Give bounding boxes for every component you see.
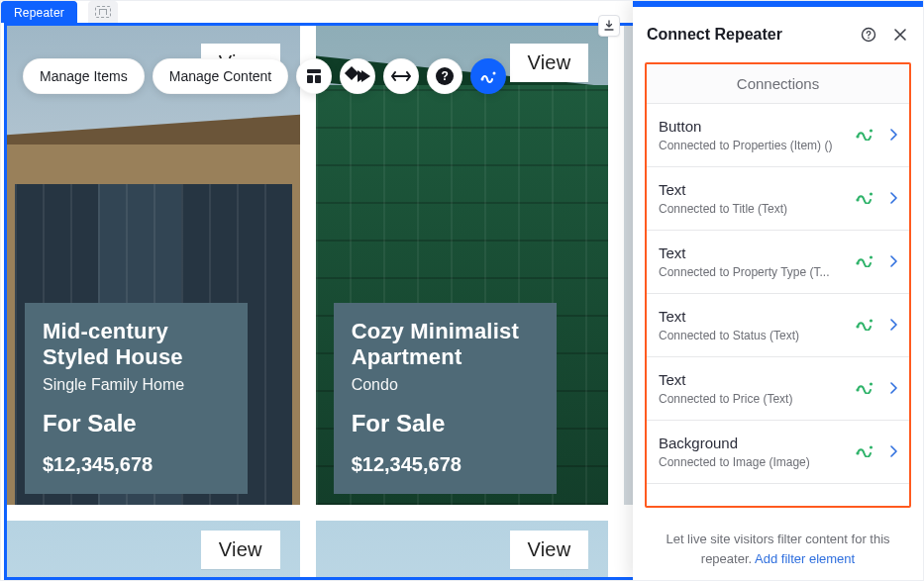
connection-sub: Connected to Properties (Item) () [659, 139, 832, 152]
download-button[interactable] [598, 15, 620, 37]
container-icon [95, 6, 111, 18]
connection-ctrls [856, 253, 897, 271]
connection-icon [856, 190, 873, 204]
card-2-info: Cozy Minimalist Apartment Condo For Sale… [334, 303, 557, 494]
connection-ctrls [856, 190, 897, 208]
view-button[interactable]: View [201, 531, 280, 569]
panel-head: Connect Repeater [633, 7, 923, 62]
connection-ctrls [856, 380, 897, 398]
connection-chevron[interactable] [889, 127, 897, 145]
connection-row[interactable]: Text Connected to Title (Text) [647, 167, 909, 231]
connection-link-icon [856, 127, 873, 145]
card-1-type: Single Family Home [43, 376, 230, 394]
panel-close-button[interactable] [891, 26, 909, 44]
card-1-price: $12,345,678 [43, 453, 230, 476]
connection-link-icon [856, 443, 873, 461]
view-button-label: View [528, 538, 571, 560]
svg-point-9 [856, 198, 859, 201]
chevron-right-icon [889, 445, 897, 457]
connection-meta: Text Connected to Status (Text) [659, 308, 799, 342]
card-1-info: Mid-century Styled House Single Family H… [25, 303, 248, 494]
manage-items-button[interactable]: Manage Items [23, 58, 145, 94]
connections-list[interactable]: Button Connected to Properties (Item) ()… [647, 104, 909, 506]
manage-content-label: Manage Content [169, 68, 272, 84]
view-button-label: View [528, 51, 571, 73]
card-4[interactable]: View [7, 521, 300, 580]
animations-button[interactable] [340, 58, 375, 94]
connection-row[interactable]: Background Connected to Image (Image) [647, 421, 909, 484]
manage-content-button[interactable]: Manage Content [153, 58, 289, 94]
view-button[interactable]: View [510, 44, 589, 82]
svg-rect-1 [307, 75, 313, 83]
svg-point-18 [870, 445, 873, 448]
connection-row[interactable]: Button Connected to Properties (Item) () [647, 104, 909, 167]
stretch-button[interactable] [383, 58, 419, 94]
card-5[interactable]: View [316, 521, 609, 580]
svg-point-16 [870, 382, 873, 385]
tab-repeater[interactable]: Repeater [1, 1, 77, 23]
card-2-price: $12,345,678 [352, 453, 539, 476]
svg-point-6 [868, 37, 870, 39]
help-button[interactable]: ? [427, 58, 462, 94]
connection-sub: Connected to Status (Text) [659, 329, 799, 342]
connection-row[interactable]: Text Connected to Status (Text) [647, 294, 909, 357]
connection-icon [856, 380, 873, 394]
connection-chevron[interactable] [889, 317, 897, 335]
connection-ctrls [856, 127, 897, 145]
card-2-type: Condo [352, 376, 539, 394]
connection-sub: Connected to Property Type (T... [659, 265, 830, 279]
card-2-status: For Sale [352, 410, 539, 437]
connection-link-icon [856, 317, 873, 335]
svg-rect-0 [307, 69, 321, 73]
connection-meta: Text Connected to Price (Text) [659, 371, 792, 406]
chevron-right-icon [889, 129, 897, 141]
connection-meta: Text Connected to Property Type (T... [659, 244, 830, 279]
connections-heading: Connections [647, 64, 909, 104]
chevron-right-icon [889, 255, 897, 267]
panel-head-icons [860, 26, 909, 44]
connection-row[interactable]: Text Connected to Property Type (T... [647, 231, 909, 294]
view-button[interactable]: View [510, 531, 589, 569]
connection-label: Text [659, 244, 830, 261]
animations-icon [347, 68, 368, 84]
layout-button[interactable] [296, 58, 332, 94]
connect-button[interactable] [470, 58, 506, 94]
svg-point-4 [493, 72, 496, 75]
help-icon: ? [436, 67, 454, 85]
connect-icon [479, 67, 497, 85]
connection-label: Text [659, 308, 799, 325]
connection-link-icon [856, 380, 873, 398]
stretch-icon [391, 69, 411, 83]
card-2[interactable]: View Cozy Minimalist Apartment Condo For… [316, 26, 609, 505]
connection-chevron[interactable] [889, 380, 897, 398]
connection-chevron[interactable] [889, 443, 897, 461]
connection-meta: Background Connected to Image (Image) [659, 435, 810, 469]
connections-section: Connections Button Connected to Properti… [645, 62, 911, 508]
chevron-right-icon [889, 382, 897, 394]
download-icon [603, 20, 615, 32]
svg-rect-2 [315, 75, 321, 83]
add-filter-link[interactable]: Add filter element [755, 551, 855, 566]
connection-row[interactable]: Text Connected to Price (Text) [647, 357, 909, 421]
panel-help-button[interactable] [860, 26, 877, 44]
card-1-title: Mid-century Styled House [43, 319, 230, 370]
connection-icon [856, 253, 873, 267]
card-1[interactable]: View Mid-century Styled House Single Fam… [7, 26, 300, 505]
card-2-title: Cozy Minimalist Apartment [352, 319, 539, 370]
panel-footer: Let live site visitors filter content fo… [633, 520, 923, 580]
manage-items-label: Manage Items [40, 68, 128, 84]
svg-point-13 [856, 325, 859, 328]
svg-point-14 [870, 319, 873, 322]
connection-chevron[interactable] [889, 190, 897, 208]
help-icon [861, 27, 876, 43]
connection-icon [856, 127, 873, 141]
connection-chevron[interactable] [889, 253, 897, 271]
close-icon [893, 28, 907, 42]
tab-repeater-label: Repeater [14, 6, 64, 20]
stage: Repeater View Mid-century Styled House S… [0, 0, 924, 581]
tab-secondary[interactable] [88, 1, 118, 23]
connection-label: Text [659, 181, 787, 198]
card-1-status: For Sale [43, 410, 230, 437]
svg-point-15 [856, 388, 859, 391]
chevron-right-icon [889, 319, 897, 331]
